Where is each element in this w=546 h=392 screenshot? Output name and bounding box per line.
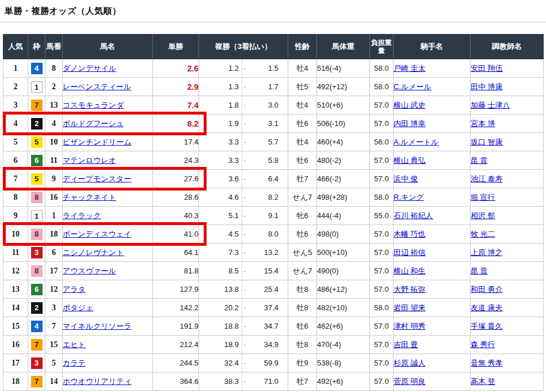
trainer-link[interactable]: 音無 秀孝 — [471, 359, 503, 367]
trainer-link[interactable]: 相沢 郁 — [471, 211, 495, 220]
place-odds-cell: 3.3-5.7 — [199, 133, 288, 151]
horse-name-link[interactable]: ダノンデサイル — [63, 64, 116, 73]
load-weight-cell: 57.0 — [370, 354, 394, 372]
place-odds-low: 20.2 — [199, 303, 242, 312]
horse-name-link[interactable]: コスモキュランダ — [63, 101, 124, 109]
jockey-link[interactable]: A.ルメートル — [394, 138, 439, 146]
jockey-link[interactable]: 横山 典弘 — [394, 156, 426, 165]
trainer-link[interactable]: 友道 康夫 — [471, 303, 503, 312]
place-odds-cell: 38.3-71.0 — [199, 372, 288, 391]
trainer-link[interactable]: 昆 貢 — [471, 267, 488, 275]
frame-number-badge: 2 — [31, 302, 43, 314]
trainer-link[interactable]: 高木 登 — [471, 377, 495, 386]
trainer-link[interactable]: 森 秀行 — [471, 340, 495, 349]
jockey-cell: 木幡 巧也 — [394, 225, 471, 243]
frame-cell: 6 — [28, 151, 45, 170]
header-horse-number: 馬番 — [45, 35, 63, 59]
trainer-link[interactable]: 坂口 智康 — [471, 138, 503, 146]
frame-cell: 8 — [28, 262, 45, 280]
trainer-link[interactable]: 手塚 貴久 — [471, 322, 503, 330]
place-odds-range: 4.6-8.2 — [199, 188, 288, 206]
trainer-link[interactable]: 牧 光二 — [471, 230, 495, 238]
horse-name-link[interactable]: ニシノレヴナント — [63, 248, 124, 257]
jockey-link[interactable]: 菅原 明良 — [394, 377, 426, 386]
horse-name-link[interactable]: アラタ — [63, 285, 86, 294]
horse-name-link[interactable]: アウスヴァール — [63, 267, 116, 275]
trainer-link[interactable]: 安田 翔伍 — [471, 64, 503, 73]
horse-name-link[interactable]: カラテ — [63, 359, 86, 367]
horse-weight-cell: 506(-10) — [317, 115, 370, 133]
table-row: 911ライラック40.35.1-9.1牝6444(-4)55.0石川 裕紀人相沢… — [3, 207, 544, 225]
horse-name-cell: ホウオウリアリティ — [63, 372, 153, 391]
table-row: 759ディープモンスター27.63.6-6.4牡7466(-2)57.0浜中 俊… — [3, 170, 544, 188]
trainer-link[interactable]: 加藤 士津八 — [471, 101, 510, 109]
place-odds-divider — [242, 115, 242, 132]
trainer-link[interactable]: 上原 博之 — [471, 248, 503, 257]
place-odds-range: 13.8-25.4 — [199, 280, 288, 298]
jockey-link[interactable]: 津村 明秀 — [394, 322, 426, 330]
trainer-link[interactable]: 和田 勇介 — [471, 285, 503, 294]
trainer-link[interactable]: 田中 博康 — [471, 82, 503, 91]
frame-number-badge: 4 — [31, 321, 43, 332]
place-odds-divider — [242, 299, 242, 317]
place-odds-range: 7.3-13.2 — [199, 243, 288, 261]
rank-cell: 16 — [3, 336, 28, 354]
trainer-link[interactable]: 池江 泰寿 — [471, 174, 503, 183]
jockey-link[interactable]: 吉田 豊 — [394, 340, 418, 349]
horse-number-cell: 15 — [45, 336, 63, 354]
jockey-link[interactable]: 戸崎 圭太 — [394, 64, 426, 73]
horse-number-cell: 11 — [45, 151, 63, 170]
jockey-link[interactable]: 田辺 裕信 — [394, 248, 426, 257]
horse-name-link[interactable]: ボーンディスウェイ — [63, 230, 131, 238]
horse-name-link[interactable]: レーベンスティール — [63, 82, 131, 91]
jockey-link[interactable]: C.ルメール — [394, 82, 432, 91]
jockey-link[interactable]: 浜中 俊 — [394, 174, 418, 183]
jockey-link[interactable]: 杉原 誠人 — [394, 359, 426, 367]
frame-cell: 1 — [28, 78, 45, 96]
place-odds-divider — [242, 59, 242, 77]
place-odds-divider — [242, 170, 242, 188]
jockey-link[interactable]: R.キング — [394, 193, 424, 201]
horse-name-link[interactable]: エヒト — [63, 340, 86, 349]
trainer-link[interactable]: 昆 貢 — [471, 156, 488, 165]
place-odds-cell: 4.5-8.0 — [199, 225, 288, 243]
horse-weight-cell: 462(+6) — [317, 317, 370, 336]
table-row: 8816チャックネイト28.64.6-8.2せん7498(+28)58.0R.キ… — [3, 188, 544, 207]
jockey-link[interactable]: 大野 拓弥 — [394, 285, 426, 294]
trainer-link[interactable]: 宮本 博 — [471, 119, 495, 128]
jockey-link[interactable]: 木幡 巧也 — [394, 230, 426, 238]
jockey-link[interactable]: 内田 博幸 — [394, 119, 426, 128]
jockey-link[interactable]: 横山 武史 — [394, 101, 426, 109]
header-horse-name: 馬名 — [63, 35, 153, 59]
trainer-cell: 手塚 貴久 — [471, 317, 544, 336]
horse-number-cell: 13 — [45, 96, 63, 115]
place-odds-divider — [242, 243, 242, 261]
horse-name-link[interactable]: ライラック — [63, 211, 101, 220]
frame-number-badge: 1 — [31, 210, 43, 222]
horse-name-link[interactable]: ボルドグフーシュ — [63, 119, 124, 128]
horse-name-link[interactable]: マテンロウレオ — [63, 156, 116, 165]
horse-name-link[interactable]: チャックネイト — [63, 193, 116, 201]
trainer-cell: 田中 博康 — [471, 78, 544, 96]
horse-name-link[interactable]: ビザンチンドリーム — [63, 138, 131, 146]
table-row: 1136ニシノレヴナント64.17.3-13.2せん5500(+10)57.0田… — [3, 243, 544, 262]
horse-name-link[interactable]: ホウオウリアリティ — [63, 377, 132, 386]
place-odds-range: 4.5-8.0 — [199, 225, 288, 243]
place-odds-divider — [242, 280, 242, 298]
horse-name-link[interactable]: ポタジェ — [63, 303, 93, 312]
table-row: 16715エヒト212.418.9-34.9牡8470(-4)57.0吉田 豊森… — [3, 336, 544, 354]
table-row: 10818ボーンディスウェイ41.04.5-8.0牡6498(0)57.0木幡 … — [3, 225, 544, 243]
place-odds-high: 71.0 — [246, 377, 288, 386]
trainer-cell: 高木 登 — [471, 372, 544, 391]
place-odds-high: 3.0 — [246, 101, 288, 109]
jockey-link[interactable]: 岩田 望来 — [394, 303, 426, 312]
horse-name-link[interactable]: マイネルクリソーラ — [63, 322, 131, 330]
jockey-link[interactable]: 石川 裕紀人 — [394, 211, 433, 220]
horse-name-link[interactable]: ディープモンスター — [63, 174, 131, 183]
trainer-link[interactable]: 堀 宣行 — [471, 193, 495, 201]
place-odds-range: 3.3-5.8 — [199, 151, 288, 169]
horse-name-cell: ニシノレヴナント — [63, 243, 153, 262]
load-weight-cell: 57.0 — [370, 262, 394, 280]
load-weight-cell: 57.0 — [370, 170, 394, 188]
jockey-link[interactable]: 横山 和生 — [394, 267, 426, 275]
